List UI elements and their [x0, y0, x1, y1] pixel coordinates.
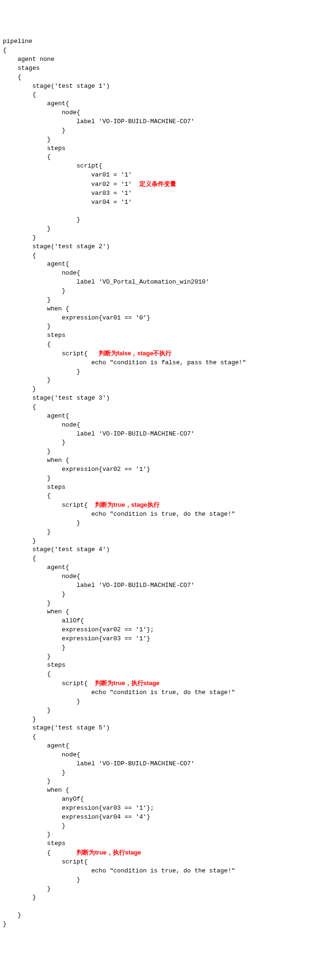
- code-line: stage('test stage 1'): [3, 83, 110, 90]
- code-line: echo "condition is true, do the stage!": [3, 867, 235, 874]
- code-line: when {: [3, 305, 69, 312]
- code-line: steps: [3, 332, 66, 339]
- code-line: }: [3, 323, 51, 330]
- code-line: agent{: [3, 564, 69, 571]
- code-line: }: [3, 296, 51, 303]
- code-block: pipeline { agent none stages { stage('te…: [3, 37, 326, 929]
- code-line: label 'VO_Portal_Automation_win2010': [3, 278, 209, 285]
- code-line: }: [3, 591, 66, 598]
- code-line: }: [3, 894, 36, 901]
- code-line: }: [3, 885, 51, 892]
- code-line: label 'VO-IDP-BUILD-MACHINE-CO7': [3, 760, 195, 767]
- annotation-true-run-2: 判断为true，执行stage: [77, 849, 141, 856]
- code-line: stage('test stage 5'): [3, 724, 110, 731]
- code-line: {: [3, 341, 51, 348]
- code-line: stage('test stage 2'): [3, 243, 110, 250]
- code-line: steps: [3, 145, 66, 152]
- annotation-define-vars: 定义条件变量: [139, 180, 176, 187]
- code-line: }: [3, 287, 66, 294]
- code-line: script{: [3, 502, 95, 509]
- code-line: when {: [3, 787, 69, 794]
- code-line: }: [3, 127, 66, 134]
- code-line: {: [3, 733, 36, 740]
- code-line: stages: [3, 65, 40, 72]
- code-line: var02 = '1': [3, 181, 139, 188]
- code-line: label 'VO-IDP-BUILD-MACHINE-CO7': [3, 430, 195, 437]
- code-line: {: [3, 74, 21, 81]
- code-line: node{: [3, 109, 80, 116]
- code-line: }: [3, 831, 51, 838]
- code-line: node{: [3, 269, 80, 276]
- code-line: {: [3, 91, 36, 98]
- code-line: {: [3, 849, 77, 856]
- code-line: node{: [3, 751, 80, 758]
- code-line: expression{var03 == '1'};: [3, 804, 154, 812]
- code-line: agent{: [3, 260, 69, 268]
- code-line: }: [3, 698, 80, 705]
- code-line: agent none: [3, 56, 54, 63]
- code-line: steps: [3, 662, 66, 669]
- code-line: }: [3, 912, 21, 919]
- code-line: }: [3, 876, 80, 883]
- code-line: node{: [3, 421, 80, 428]
- code-line: {: [3, 153, 51, 160]
- code-line: echo "condition is false, pass the stage…: [3, 359, 246, 366]
- code-line: }: [3, 778, 51, 785]
- code-line: }: [3, 475, 51, 482]
- code-line: }: [3, 822, 66, 829]
- code-line: }: [3, 537, 36, 544]
- code-line: script{: [3, 858, 87, 865]
- code-line: steps: [3, 840, 66, 847]
- code-line: echo "condition is true, do the stage!": [3, 689, 235, 696]
- code-line: {: [3, 492, 51, 499]
- code-line: }: [3, 377, 51, 384]
- code-line: }: [3, 769, 66, 776]
- code-line: }: [3, 216, 80, 223]
- code-line: script{: [3, 162, 103, 169]
- code-line: }: [3, 136, 51, 143]
- code-line: agent{: [3, 412, 69, 419]
- code-line: script{: [3, 680, 95, 687]
- code-line: {: [3, 252, 36, 259]
- code-line: node{: [3, 573, 80, 580]
- code-line: when {: [3, 608, 69, 615]
- annotation-true-run: 判断为true，执行stage: [95, 679, 160, 687]
- code-line: }: [3, 225, 51, 232]
- code-line: expression{var02 == '1'}: [3, 466, 150, 473]
- code-line: {: [3, 403, 36, 410]
- code-line: anyOf{: [3, 796, 84, 803]
- code-line: agent{: [3, 100, 69, 107]
- code-line: var01 = '1': [3, 171, 132, 178]
- code-line: when {: [3, 457, 69, 464]
- code-line: stage('test stage 4'): [3, 546, 110, 553]
- code-line: label 'VO-IDP-BUILD-MACHINE-CO7': [3, 118, 195, 125]
- code-line: }: [3, 600, 51, 607]
- code-line: expression{var04 == '4'}: [3, 813, 150, 821]
- code-line: allOf{: [3, 617, 84, 624]
- code-line: echo "condition is true, do the stage!": [3, 511, 235, 518]
- code-line: expression{var01 == '0'}: [3, 314, 150, 321]
- code-line: expression{var02 == '1'};: [3, 626, 154, 633]
- code-line: expression{var03 == '1'}: [3, 635, 150, 642]
- code-line: }: [3, 644, 66, 651]
- code-line: label 'VO-IDP-BUILD-MACHINE-CO7': [3, 582, 195, 589]
- code-line: pipeline: [3, 38, 32, 45]
- code-line: }: [3, 921, 7, 928]
- code-line: script{: [3, 350, 99, 357]
- code-line: }: [3, 448, 51, 455]
- code-line: }: [3, 368, 80, 375]
- code-line: }: [3, 519, 80, 527]
- code-line: {: [3, 555, 36, 562]
- code-line: steps: [3, 484, 66, 491]
- annotation-false-skip: 判断为false，stage不执行: [99, 350, 172, 357]
- code-line: }: [3, 716, 36, 723]
- code-line: {: [3, 47, 7, 54]
- code-line: }: [3, 234, 36, 241]
- code-line: }: [3, 653, 51, 660]
- code-line: }: [3, 707, 51, 714]
- code-line: var03 = '1': [3, 190, 132, 197]
- code-line: }: [3, 385, 36, 393]
- code-line: stage('test stage 3'): [3, 394, 110, 402]
- annotation-true-exec: 判断为true，stage执行: [95, 501, 160, 508]
- code-line: agent{: [3, 742, 69, 749]
